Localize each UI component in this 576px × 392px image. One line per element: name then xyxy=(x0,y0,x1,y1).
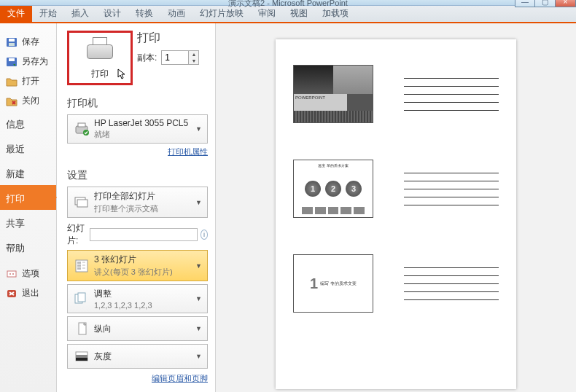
slides-all-icon xyxy=(72,195,91,210)
layout-sub: 讲义(每页 3 张幻灯片) xyxy=(94,267,192,278)
nav-close[interactable]: 关闭 xyxy=(0,91,56,111)
chevron-down-icon: ▼ xyxy=(195,125,203,133)
slides-input[interactable] xyxy=(90,228,198,241)
svg-rect-4 xyxy=(9,58,15,61)
slides-label: 幻灯片: xyxy=(67,222,87,247)
window-title: 演示文稿2 - Microsoft PowerPoint xyxy=(228,0,348,9)
svg-rect-26 xyxy=(78,293,85,302)
spinner-down-icon[interactable]: ▼ xyxy=(189,58,198,64)
backstage-nav: 保存 另存为 打开 关闭 信息 最近 新建 打印 共享 帮助 选项 退出 xyxy=(0,23,57,392)
print-button[interactable]: 打印 xyxy=(67,31,133,85)
svg-rect-29 xyxy=(76,358,87,361)
note-lines xyxy=(404,173,499,205)
printer-icon xyxy=(82,36,117,65)
open-icon xyxy=(6,77,17,87)
spinner-up-icon[interactable]: ▲ xyxy=(189,51,198,58)
nav-open[interactable]: 打开 xyxy=(0,71,56,91)
chevron-down-icon: ▼ xyxy=(195,353,203,360)
info-icon[interactable]: i xyxy=(201,230,208,240)
orientation-title: 纵向 xyxy=(94,323,192,335)
collate-sub: 1,2,3 1,2,3 1,2,3 xyxy=(94,301,192,310)
chevron-down-icon: ▼ xyxy=(195,199,203,206)
svg-rect-1 xyxy=(9,39,15,42)
copies-spinner[interactable]: ▲▼ xyxy=(161,50,199,65)
collate-icon xyxy=(72,291,91,306)
maximize-button[interactable]: ▢ xyxy=(535,0,556,7)
svg-rect-14 xyxy=(78,123,85,127)
svg-rect-20 xyxy=(77,264,81,267)
nav-help[interactable]: 帮助 xyxy=(0,235,56,259)
color-dropdown[interactable]: 灰度 ▼ xyxy=(67,344,208,369)
print-heading: 打印 xyxy=(137,31,199,46)
nav-label: 选项 xyxy=(22,267,39,280)
layout-dropdown[interactable]: 3 张幻灯片讲义(每页 3 张幻灯片) ▼ xyxy=(67,250,208,281)
svg-point-9 xyxy=(12,273,14,275)
nav-exit[interactable]: 退出 xyxy=(0,283,56,303)
color-title: 灰度 xyxy=(94,350,192,363)
svg-rect-17 xyxy=(77,200,87,207)
print-preview: POWERPOINT 速度 革的质求方案 123 1 编写 专的质求文案 xyxy=(216,23,576,392)
nav-label: 退出 xyxy=(22,287,39,299)
chevron-down-icon: ▼ xyxy=(195,295,203,302)
layout-title: 3 张幻灯片 xyxy=(94,254,192,266)
preview-slide-2: 速度 革的质求方案 123 xyxy=(293,160,373,218)
nav-options[interactable]: 选项 xyxy=(0,264,56,283)
printer-status-icon xyxy=(72,122,91,136)
close-icon xyxy=(6,96,17,106)
print-range-dropdown[interactable]: 打印全部幻灯片打印整个演示文稿 ▼ xyxy=(67,187,208,218)
collate-title: 调整 xyxy=(94,288,192,300)
close-window-button[interactable]: × xyxy=(556,0,576,7)
edit-header-footer-link[interactable]: 编辑页眉和页脚 xyxy=(67,373,208,384)
tab-insert[interactable]: 插入 xyxy=(64,4,96,22)
tab-file[interactable]: 文件 xyxy=(0,4,32,22)
preview-slide-1: POWERPOINT xyxy=(293,65,373,123)
nav-share[interactable]: 共享 xyxy=(0,210,56,235)
settings-heading: 设置 xyxy=(67,169,208,182)
chevron-down-icon: ▼ xyxy=(195,262,203,270)
printer-dropdown[interactable]: HP LaserJet 3055 PCL5就绪 ▼ xyxy=(67,114,208,144)
cursor-icon xyxy=(117,68,128,80)
preview-page: POWERPOINT 速度 革的质求方案 123 1 编写 专的质求文案 xyxy=(276,39,516,389)
svg-rect-2 xyxy=(9,43,15,46)
nav-recent[interactable]: 最近 xyxy=(0,136,56,160)
nav-new[interactable]: 新建 xyxy=(0,160,56,185)
portrait-icon xyxy=(72,321,91,336)
nav-label: 保存 xyxy=(22,36,39,48)
nav-label: 另存为 xyxy=(22,55,48,68)
grayscale-icon xyxy=(72,349,91,364)
options-icon xyxy=(6,269,17,279)
nav-print[interactable]: 打印 xyxy=(0,185,56,210)
svg-point-8 xyxy=(9,273,11,275)
tab-animations[interactable]: 动画 xyxy=(160,4,192,22)
nav-label: 打开 xyxy=(22,75,39,87)
minimize-button[interactable]: — xyxy=(515,0,535,7)
svg-rect-21 xyxy=(77,267,81,270)
print-settings-panel: 打印 打印 副本: ▲▼ 打印机 HP LaserJet 3055 PCL5就绪… xyxy=(57,23,216,392)
nav-saveas[interactable]: 另存为 xyxy=(0,52,56,71)
note-lines xyxy=(404,267,499,300)
svg-rect-30 xyxy=(76,355,87,358)
collate-dropdown[interactable]: 调整1,2,3 1,2,3 1,2,3 ▼ xyxy=(67,284,208,313)
printer-name: HP LaserJet 3055 PCL5 xyxy=(94,118,192,128)
saveas-icon xyxy=(6,57,17,67)
printer-properties-link[interactable]: 打印机属性 xyxy=(67,146,208,157)
nav-label: 关闭 xyxy=(22,95,39,107)
copies-label: 副本: xyxy=(137,52,157,64)
chevron-down-icon: ▼ xyxy=(195,325,203,332)
range-sub: 打印整个演示文稿 xyxy=(94,203,192,214)
svg-rect-19 xyxy=(77,262,81,264)
nav-save[interactable]: 保存 xyxy=(0,32,56,52)
orientation-dropdown[interactable]: 纵向 ▼ xyxy=(67,316,208,341)
handout3-icon xyxy=(72,259,91,273)
printer-status: 就绪 xyxy=(94,129,192,140)
copies-input[interactable] xyxy=(162,51,188,64)
nav-info[interactable]: 信息 xyxy=(0,111,56,136)
exit-icon xyxy=(6,289,17,299)
tab-design[interactable]: 设计 xyxy=(96,4,128,22)
save-icon xyxy=(6,37,17,47)
printer-heading: 打印机 xyxy=(67,97,208,110)
note-lines xyxy=(404,78,499,111)
tab-transitions[interactable]: 转换 xyxy=(128,4,160,22)
tab-home[interactable]: 开始 xyxy=(32,4,64,22)
preview-slide-3: 1 编写 专的质求文案 xyxy=(293,254,373,313)
